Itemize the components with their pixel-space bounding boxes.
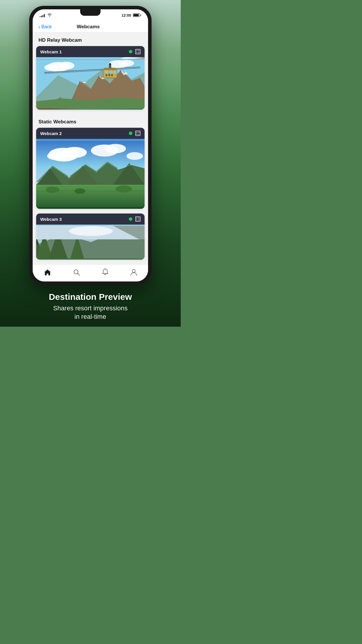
webcam-2-fullscreen-icon[interactable] xyxy=(135,131,140,136)
webcam-1-image xyxy=(36,57,145,110)
webcam-2-image xyxy=(36,139,145,209)
svg-rect-45 xyxy=(136,217,140,221)
search-icon xyxy=(73,269,80,276)
bell-icon xyxy=(102,269,108,276)
svg-rect-22 xyxy=(105,71,108,74)
tab-bar xyxy=(33,264,148,281)
webcam-3-fullscreen-icon[interactable] xyxy=(135,216,140,222)
promo-section: Destination Preview Shares resort impres… xyxy=(43,285,138,327)
svg-rect-26 xyxy=(108,74,110,76)
back-label: Back xyxy=(41,24,52,29)
svg-rect-19 xyxy=(104,68,116,70)
promo-subtitle: Shares resort impressionsin real-time xyxy=(49,304,132,321)
svg-point-32 xyxy=(47,152,66,160)
tab-home[interactable] xyxy=(38,268,57,277)
signal-bar-2 xyxy=(41,16,42,17)
section-header-static: Static Webcams xyxy=(33,114,148,128)
webcam-1-status-dot xyxy=(129,50,132,53)
webcam-2-controls xyxy=(129,131,140,136)
signal-bar-3 xyxy=(43,15,43,17)
webcam-3-card[interactable]: Webcam 3 xyxy=(36,214,145,260)
svg-rect-28 xyxy=(136,131,140,136)
svg-point-3 xyxy=(58,62,74,69)
webcam-1-fullscreen-icon[interactable] xyxy=(135,49,140,54)
svg-point-4 xyxy=(44,64,58,71)
phone-notch xyxy=(80,9,101,16)
svg-line-56 xyxy=(78,273,80,275)
svg-point-57 xyxy=(105,269,106,270)
webcam-3-status-dot xyxy=(129,217,132,221)
content-area: HD Relay Webcam Webcam 1 xyxy=(33,33,148,264)
webcam-3-title: Webcam 3 xyxy=(40,217,62,222)
phone-screen: 12:00 ‹ Back Webcams HD Relay Webcam xyxy=(33,9,148,281)
person-icon xyxy=(130,269,137,276)
battery-tip xyxy=(140,15,141,16)
signal-bar-1 xyxy=(40,16,41,17)
battery-body xyxy=(133,13,140,17)
svg-point-58 xyxy=(132,270,135,272)
webcam-3-header: Webcam 3 xyxy=(36,214,145,225)
signal-bars xyxy=(40,13,45,17)
webcam-3-image xyxy=(36,225,145,260)
tab-search[interactable] xyxy=(67,268,86,277)
promo-title: Destination Preview xyxy=(49,292,132,302)
phone-device: 12:00 ‹ Back Webcams HD Relay Webcam xyxy=(29,6,152,285)
webcam-1-controls xyxy=(129,49,140,54)
svg-rect-18 xyxy=(103,69,117,78)
svg-point-44 xyxy=(115,185,132,192)
webcam-3-controls xyxy=(129,216,140,222)
signal-bar-4 xyxy=(44,14,45,17)
tab-profile[interactable] xyxy=(124,267,143,277)
svg-rect-23 xyxy=(109,71,113,74)
back-button[interactable]: ‹ Back xyxy=(38,24,52,29)
webcam-1-header: Webcam 1 xyxy=(36,46,145,57)
webcam-2-title: Webcam 2 xyxy=(40,131,62,136)
svg-rect-24 xyxy=(113,71,117,74)
battery-fill xyxy=(133,14,139,16)
battery-icon xyxy=(133,13,141,17)
svg-rect-0 xyxy=(136,49,140,54)
svg-point-53 xyxy=(69,226,113,236)
webcam-2-status-dot xyxy=(129,132,132,135)
svg-point-43 xyxy=(75,188,86,194)
home-icon xyxy=(44,269,51,276)
webcam-2-card[interactable]: Webcam 2 xyxy=(36,128,145,209)
webcam-1-title: Webcam 1 xyxy=(40,49,62,54)
webcam-1-card[interactable]: Webcam 1 xyxy=(36,46,145,110)
tab-notifications[interactable] xyxy=(96,267,114,277)
svg-point-42 xyxy=(46,186,59,193)
svg-point-21 xyxy=(109,63,111,65)
svg-point-6 xyxy=(119,60,134,66)
status-left xyxy=(40,13,52,18)
section-header-hd-relay: HD Relay Webcam xyxy=(33,33,148,46)
back-chevron-icon: ‹ xyxy=(38,24,40,29)
page-title: Webcams xyxy=(52,24,125,30)
svg-rect-27 xyxy=(111,74,113,76)
svg-point-34 xyxy=(105,144,126,153)
webcam-2-header: Webcam 2 xyxy=(36,128,145,139)
svg-point-35 xyxy=(126,152,143,160)
status-right: 12:00 xyxy=(122,13,141,18)
wifi-icon xyxy=(47,13,52,18)
status-time: 12:00 xyxy=(122,13,131,18)
navigation-bar: ‹ Back Webcams xyxy=(33,20,148,33)
svg-rect-25 xyxy=(106,74,108,76)
